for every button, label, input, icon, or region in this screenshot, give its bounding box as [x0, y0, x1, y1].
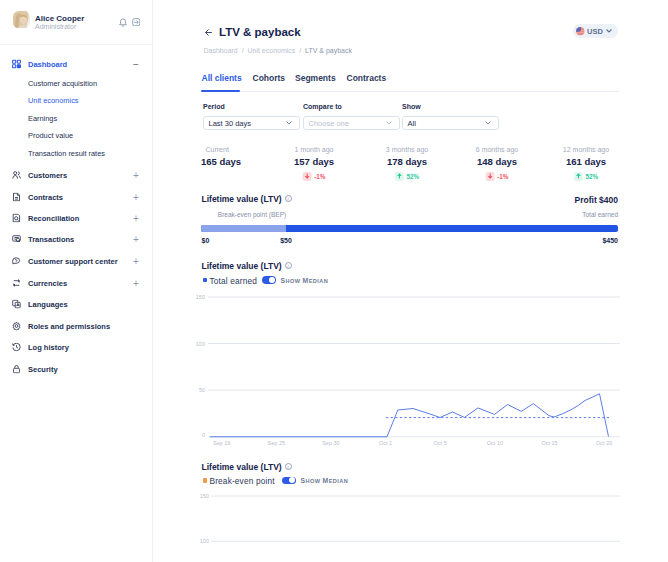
- svg-text:0: 0: [202, 432, 205, 438]
- svg-text:100: 100: [200, 538, 209, 544]
- svg-text:50: 50: [199, 387, 205, 393]
- svg-text:150: 150: [200, 493, 209, 499]
- svg-text:Oct 10: Oct 10: [487, 440, 503, 446]
- svg-text:Sep 19: Sep 19: [213, 440, 230, 446]
- svg-text:100: 100: [196, 341, 205, 347]
- svg-text:Oct 5: Oct 5: [434, 440, 447, 446]
- svg-text:Sep 30: Sep 30: [322, 440, 339, 446]
- svg-text:150: 150: [196, 294, 205, 300]
- svg-text:Oct 20: Oct 20: [596, 440, 612, 446]
- svg-text:Sep 25: Sep 25: [268, 440, 285, 446]
- svg-text:Oct 15: Oct 15: [541, 440, 557, 446]
- svg-text:Oct 1: Oct 1: [379, 440, 392, 446]
